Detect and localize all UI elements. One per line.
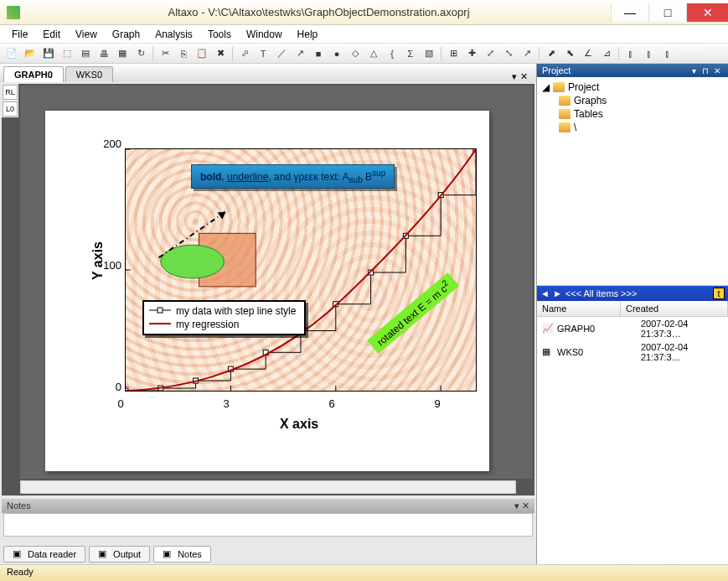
toolbar-btn-24[interactable]: ▧ (421, 45, 437, 62)
menubar: FileEditViewGraphAnalysisToolsWindowHelp (0, 25, 728, 44)
doc-tab-graph0[interactable]: GRAPH0 (3, 66, 64, 82)
tab-icon: ▣ (163, 548, 174, 560)
bottom-tab-data-reader[interactable]: ▣Data reader (3, 546, 85, 563)
minimize-button[interactable]: — (611, 3, 648, 22)
layer-marker-L0[interactable]: L0 (3, 101, 18, 117)
notes-panel-title: Notes (7, 501, 31, 511)
legend-line-icon (149, 319, 171, 330)
toolbar-btn-19[interactable]: ● (328, 45, 345, 62)
menu-analysis[interactable]: Analysis (148, 27, 199, 42)
toolbar-btn-32[interactable]: ⬈ (543, 45, 560, 62)
menu-help[interactable]: Help (291, 27, 325, 42)
maximize-button[interactable]: □ (648, 3, 686, 22)
toolbar-btn-28[interactable]: ⤢ (482, 45, 498, 62)
tree-item[interactable]: \ (559, 121, 723, 134)
menu-file[interactable]: File (5, 27, 34, 42)
toolbar-btn-37[interactable]: ⫿ (622, 45, 639, 62)
side-panels: Project ▾ ⊓ ✕ ◢ Project Graphs Tables \ … (537, 64, 728, 564)
toolbar-btn-11[interactable]: 📋 (194, 45, 210, 62)
col-header-created[interactable]: Created (621, 301, 728, 316)
graph-editor[interactable]: RLL0 Y axis X axis 0100200 0369 bold, un… (2, 84, 534, 495)
toolbar-btn-21[interactable]: △ (365, 45, 382, 62)
toolbar-btn-17[interactable]: ↗ (292, 45, 308, 62)
panel-pin-icon[interactable]: ⊓ (700, 66, 711, 75)
toolbar-btn-5[interactable]: 🖶 (96, 45, 112, 62)
toolbar-btn-7[interactable]: ↻ (132, 45, 149, 62)
notes-panel: Notes ▾ ✕ (2, 499, 534, 542)
toolbar-btn-18[interactable]: ■ (310, 45, 327, 62)
item-created: 2007-02-04 21:37:3… (641, 319, 723, 339)
toolbar-btn-4[interactable]: ▤ (77, 45, 94, 62)
panel-close-icon[interactable]: ✕ (711, 66, 723, 75)
item-name: WKS0 (557, 347, 638, 357)
nav-back-icon[interactable]: ◄ (540, 288, 550, 298)
toolbar-btn-22[interactable]: { (384, 45, 400, 62)
menu-tools[interactable]: Tools (201, 27, 238, 42)
toolbar-btn-35[interactable]: ⊿ (598, 45, 615, 62)
toolbar-btn-10[interactable]: ⎘ (175, 45, 192, 62)
graph-page[interactable]: Y axis X axis 0100200 0369 bold, underli… (45, 111, 489, 471)
toolbar-btn-3[interactable]: ⬚ (59, 45, 75, 62)
plot-area[interactable]: bold, underline, and γρεεκ text: Asub Bs… (125, 148, 477, 392)
menu-view[interactable]: View (69, 27, 104, 42)
tree-expand-icon[interactable]: ◢ (542, 81, 550, 93)
legend-label: my regression (176, 319, 239, 330)
legend-entry: my regression (149, 318, 299, 331)
list-row[interactable]: 📈GRAPH02007-02-04 21:37:3… (537, 317, 728, 340)
toolbar-btn-34[interactable]: ∠ (580, 45, 596, 62)
folder-icon (559, 109, 571, 119)
layer-markers: RLL0 (2, 84, 18, 117)
notes-close-icon[interactable]: ✕ (522, 501, 529, 511)
tab-close-icon[interactable]: ✕ (520, 71, 528, 82)
toolbar-btn-14[interactable]: ⬀ (236, 45, 253, 62)
menu-edit[interactable]: Edit (36, 27, 67, 42)
notes-textarea[interactable] (3, 513, 533, 537)
document-tabs: GRAPH0WKS0 ▾ ✕ (0, 64, 536, 82)
horizontal-scrollbar[interactable] (20, 480, 516, 494)
doc-tab-wks0[interactable]: WKS0 (65, 66, 113, 82)
toolbar-btn-29[interactable]: ⤡ (500, 45, 517, 62)
toolbar-btn-39[interactable]: ⫿ (659, 45, 676, 62)
y-tick: 0 (101, 381, 121, 393)
legend[interactable]: my data with step line stylemy regressio… (142, 300, 306, 335)
toolbar-btn-30[interactable]: ↗ (519, 45, 535, 62)
x-axis-label[interactable]: X axis (280, 417, 318, 432)
menu-window[interactable]: Window (240, 27, 289, 42)
close-button[interactable]: ✕ (686, 3, 728, 22)
toolbar-btn-23[interactable]: Σ (402, 45, 419, 62)
toolbar-btn-27[interactable]: ✚ (463, 45, 480, 62)
toolbar-btn-16[interactable]: ／ (273, 45, 290, 62)
tab-dropdown-icon[interactable]: ▾ (512, 71, 517, 82)
table-icon: ▦ (542, 346, 554, 358)
tree-item[interactable]: Graphs (559, 94, 723, 107)
bottom-tab-notes[interactable]: ▣Notes (153, 546, 211, 563)
menu-graph[interactable]: Graph (106, 27, 147, 42)
toolbar-btn-33[interactable]: ⬉ (561, 45, 578, 62)
toolbar-btn-26[interactable]: ⊞ (445, 45, 462, 62)
toolbar-btn-6[interactable]: ▦ (114, 45, 131, 62)
y-tick: 100 (101, 259, 121, 272)
tree-root[interactable]: ◢ Project (542, 80, 723, 94)
toolbar-btn-38[interactable]: ⫿ (641, 45, 658, 62)
toolbar-btn-12[interactable]: ✖ (212, 45, 229, 62)
toolbar-btn-1[interactable]: 📂 (22, 45, 39, 62)
legend-entry: my data with step line style (149, 304, 299, 318)
project-tree[interactable]: ◢ Project Graphs Tables \ (537, 77, 728, 286)
toolbar-btn-9[interactable]: ✂ (157, 45, 173, 62)
panel-dropdown-icon[interactable]: ▾ (688, 66, 700, 75)
notes-dropdown-icon[interactable]: ▾ (514, 501, 519, 511)
layer-marker-RL[interactable]: RL (3, 85, 18, 100)
tree-item[interactable]: Tables (559, 107, 723, 121)
toolbar-btn-20[interactable]: ◇ (347, 45, 364, 62)
bottom-tab-output[interactable]: ▣Output (89, 546, 150, 563)
document-area: GRAPH0WKS0 ▾ ✕ RLL0 Y axis X axis 010020… (0, 64, 537, 564)
item-name: GRAPH0 (557, 324, 638, 334)
nav-fwd-icon[interactable]: ► (553, 288, 562, 298)
col-header-name[interactable]: Name (537, 301, 621, 316)
toolbar-btn-15[interactable]: T (255, 45, 271, 62)
list-row[interactable]: ▦WKS02007-02-04 21:37:3… (537, 340, 728, 364)
list-up-icon[interactable]: t (713, 288, 725, 299)
item-list[interactable]: Name Created 📈GRAPH02007-02-04 21:37:3…▦… (537, 301, 728, 364)
toolbar-btn-2[interactable]: 💾 (40, 45, 57, 62)
toolbar-btn-0[interactable]: 📄 (3, 45, 20, 62)
